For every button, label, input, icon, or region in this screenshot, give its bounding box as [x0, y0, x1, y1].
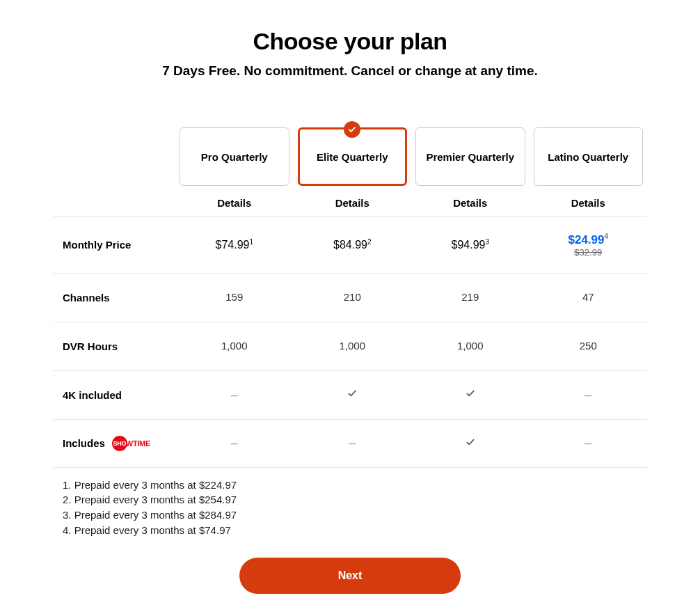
price-pro: $74.991: [216, 239, 254, 251]
plan-name: Latino Quarterly: [548, 151, 628, 163]
details-link-pro[interactable]: Details: [217, 197, 251, 209]
page-subtitle: 7 Days Free. No commitment. Cancel or ch…: [53, 63, 647, 79]
row-label-dvr: DVR Hours: [53, 340, 175, 352]
check-icon: [465, 436, 476, 448]
footnote-2: 2. Prepaid every 3 months at $254.97: [63, 492, 647, 507]
row-label-4k: 4K included: [53, 389, 175, 401]
dvr-latino: 250: [580, 340, 597, 352]
selected-check-icon: [344, 121, 360, 138]
plan-card-premier-quarterly[interactable]: Premier Quarterly: [415, 127, 525, 186]
channels-latino: 47: [582, 291, 594, 303]
dash-icon: –: [584, 388, 591, 402]
dvr-premier: 1,000: [457, 340, 484, 352]
footnote-1: 1. Prepaid every 3 months at $224.97: [63, 478, 647, 493]
channels-elite: 210: [344, 291, 361, 303]
plan-name: Pro Quarterly: [201, 151, 268, 163]
price-premier: $94.993: [452, 239, 490, 251]
check-icon: [347, 388, 358, 399]
price-latino-sale: $24.994: [530, 233, 648, 247]
dvr-pro: 1,000: [221, 340, 248, 352]
row-label-includes: Includes: [63, 437, 105, 449]
next-button[interactable]: Next: [239, 558, 461, 594]
plan-card-elite-quarterly[interactable]: Elite Quarterly: [298, 127, 408, 186]
channels-premier: 219: [461, 291, 479, 303]
details-link-latino[interactable]: Details: [571, 197, 605, 209]
dash-icon: –: [231, 436, 238, 450]
dash-icon: –: [584, 436, 591, 450]
showtime-logo: SHOWTIME: [112, 436, 150, 451]
footnote-4: 4. Prepaid every 3 months at $74.97: [63, 523, 647, 538]
row-label-monthly-price: Monthly Price: [53, 239, 175, 251]
plan-card-pro-quarterly[interactable]: Pro Quarterly: [180, 127, 289, 186]
details-link-premier[interactable]: Details: [453, 197, 487, 209]
page-title: Choose your plan: [53, 28, 647, 55]
plan-card-latino-quarterly[interactable]: Latino Quarterly: [534, 127, 644, 186]
footnotes: 1. Prepaid every 3 months at $224.97 2. …: [53, 468, 647, 558]
plan-name: Premier Quarterly: [426, 151, 514, 163]
details-link-elite[interactable]: Details: [335, 197, 369, 209]
check-icon: [465, 388, 476, 399]
plan-name: Elite Quarterly: [317, 151, 388, 163]
channels-pro: 159: [225, 291, 243, 303]
price-elite: $84.992: [333, 239, 372, 251]
row-label-channels: Channels: [53, 292, 175, 304]
dash-icon: –: [231, 388, 238, 402]
dvr-elite: 1,000: [339, 340, 365, 352]
footnote-3: 3. Prepaid every 3 months at $284.97: [63, 507, 647, 523]
dash-icon: –: [349, 436, 356, 450]
price-latino-old: $32.99: [530, 247, 648, 258]
